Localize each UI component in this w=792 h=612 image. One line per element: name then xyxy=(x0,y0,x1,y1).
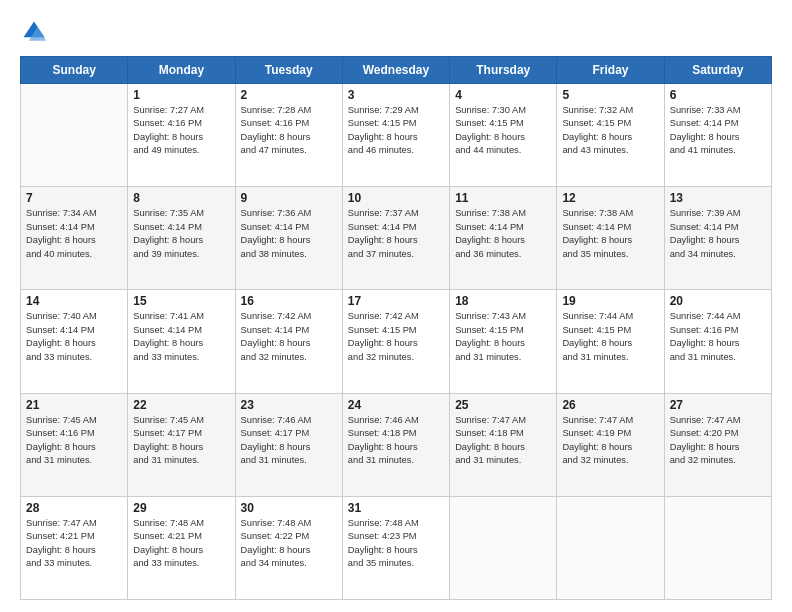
day-number: 1 xyxy=(133,88,229,102)
day-number: 15 xyxy=(133,294,229,308)
calendar-cell: 29Sunrise: 7:48 AM Sunset: 4:21 PM Dayli… xyxy=(128,496,235,599)
calendar-cell: 22Sunrise: 7:45 AM Sunset: 4:17 PM Dayli… xyxy=(128,393,235,496)
day-number: 7 xyxy=(26,191,122,205)
day-number: 12 xyxy=(562,191,658,205)
weekday-header-wednesday: Wednesday xyxy=(342,57,449,84)
day-info: Sunrise: 7:28 AM Sunset: 4:16 PM Dayligh… xyxy=(241,104,337,158)
calendar-week-row: 7Sunrise: 7:34 AM Sunset: 4:14 PM Daylig… xyxy=(21,187,772,290)
day-info: Sunrise: 7:48 AM Sunset: 4:21 PM Dayligh… xyxy=(133,517,229,571)
day-number: 14 xyxy=(26,294,122,308)
day-number: 17 xyxy=(348,294,444,308)
calendar-week-row: 21Sunrise: 7:45 AM Sunset: 4:16 PM Dayli… xyxy=(21,393,772,496)
weekday-header-tuesday: Tuesday xyxy=(235,57,342,84)
weekday-header-saturday: Saturday xyxy=(664,57,771,84)
calendar-table: SundayMondayTuesdayWednesdayThursdayFrid… xyxy=(20,56,772,600)
day-info: Sunrise: 7:37 AM Sunset: 4:14 PM Dayligh… xyxy=(348,207,444,261)
calendar-cell: 18Sunrise: 7:43 AM Sunset: 4:15 PM Dayli… xyxy=(450,290,557,393)
day-number: 9 xyxy=(241,191,337,205)
calendar-cell: 30Sunrise: 7:48 AM Sunset: 4:22 PM Dayli… xyxy=(235,496,342,599)
calendar-cell: 11Sunrise: 7:38 AM Sunset: 4:14 PM Dayli… xyxy=(450,187,557,290)
calendar-cell xyxy=(450,496,557,599)
day-info: Sunrise: 7:27 AM Sunset: 4:16 PM Dayligh… xyxy=(133,104,229,158)
day-info: Sunrise: 7:43 AM Sunset: 4:15 PM Dayligh… xyxy=(455,310,551,364)
calendar-cell: 12Sunrise: 7:38 AM Sunset: 4:14 PM Dayli… xyxy=(557,187,664,290)
day-number: 22 xyxy=(133,398,229,412)
day-info: Sunrise: 7:46 AM Sunset: 4:17 PM Dayligh… xyxy=(241,414,337,468)
weekday-header-sunday: Sunday xyxy=(21,57,128,84)
logo xyxy=(20,18,52,46)
day-info: Sunrise: 7:42 AM Sunset: 4:14 PM Dayligh… xyxy=(241,310,337,364)
calendar-cell: 31Sunrise: 7:48 AM Sunset: 4:23 PM Dayli… xyxy=(342,496,449,599)
calendar-week-row: 14Sunrise: 7:40 AM Sunset: 4:14 PM Dayli… xyxy=(21,290,772,393)
calendar-cell: 14Sunrise: 7:40 AM Sunset: 4:14 PM Dayli… xyxy=(21,290,128,393)
page: SundayMondayTuesdayWednesdayThursdayFrid… xyxy=(0,0,792,612)
day-number: 31 xyxy=(348,501,444,515)
calendar-cell xyxy=(557,496,664,599)
calendar-week-row: 1Sunrise: 7:27 AM Sunset: 4:16 PM Daylig… xyxy=(21,84,772,187)
calendar-cell: 10Sunrise: 7:37 AM Sunset: 4:14 PM Dayli… xyxy=(342,187,449,290)
calendar-week-row: 28Sunrise: 7:47 AM Sunset: 4:21 PM Dayli… xyxy=(21,496,772,599)
calendar-cell: 8Sunrise: 7:35 AM Sunset: 4:14 PM Daylig… xyxy=(128,187,235,290)
day-number: 10 xyxy=(348,191,444,205)
calendar-cell: 4Sunrise: 7:30 AM Sunset: 4:15 PM Daylig… xyxy=(450,84,557,187)
day-info: Sunrise: 7:46 AM Sunset: 4:18 PM Dayligh… xyxy=(348,414,444,468)
calendar-cell: 13Sunrise: 7:39 AM Sunset: 4:14 PM Dayli… xyxy=(664,187,771,290)
day-info: Sunrise: 7:42 AM Sunset: 4:15 PM Dayligh… xyxy=(348,310,444,364)
day-number: 8 xyxy=(133,191,229,205)
day-number: 6 xyxy=(670,88,766,102)
calendar-cell: 25Sunrise: 7:47 AM Sunset: 4:18 PM Dayli… xyxy=(450,393,557,496)
day-number: 2 xyxy=(241,88,337,102)
day-number: 11 xyxy=(455,191,551,205)
day-number: 26 xyxy=(562,398,658,412)
day-number: 24 xyxy=(348,398,444,412)
day-number: 4 xyxy=(455,88,551,102)
weekday-header-friday: Friday xyxy=(557,57,664,84)
day-number: 13 xyxy=(670,191,766,205)
calendar-cell: 9Sunrise: 7:36 AM Sunset: 4:14 PM Daylig… xyxy=(235,187,342,290)
calendar-cell: 2Sunrise: 7:28 AM Sunset: 4:16 PM Daylig… xyxy=(235,84,342,187)
day-number: 5 xyxy=(562,88,658,102)
day-info: Sunrise: 7:39 AM Sunset: 4:14 PM Dayligh… xyxy=(670,207,766,261)
calendar-cell: 23Sunrise: 7:46 AM Sunset: 4:17 PM Dayli… xyxy=(235,393,342,496)
day-info: Sunrise: 7:47 AM Sunset: 4:18 PM Dayligh… xyxy=(455,414,551,468)
calendar-cell: 6Sunrise: 7:33 AM Sunset: 4:14 PM Daylig… xyxy=(664,84,771,187)
day-info: Sunrise: 7:47 AM Sunset: 4:19 PM Dayligh… xyxy=(562,414,658,468)
day-number: 28 xyxy=(26,501,122,515)
day-info: Sunrise: 7:45 AM Sunset: 4:17 PM Dayligh… xyxy=(133,414,229,468)
day-number: 18 xyxy=(455,294,551,308)
day-info: Sunrise: 7:33 AM Sunset: 4:14 PM Dayligh… xyxy=(670,104,766,158)
day-number: 23 xyxy=(241,398,337,412)
day-number: 27 xyxy=(670,398,766,412)
calendar-cell: 20Sunrise: 7:44 AM Sunset: 4:16 PM Dayli… xyxy=(664,290,771,393)
day-number: 19 xyxy=(562,294,658,308)
calendar-cell xyxy=(21,84,128,187)
day-number: 29 xyxy=(133,501,229,515)
day-info: Sunrise: 7:48 AM Sunset: 4:23 PM Dayligh… xyxy=(348,517,444,571)
day-number: 3 xyxy=(348,88,444,102)
calendar-cell: 27Sunrise: 7:47 AM Sunset: 4:20 PM Dayli… xyxy=(664,393,771,496)
day-info: Sunrise: 7:36 AM Sunset: 4:14 PM Dayligh… xyxy=(241,207,337,261)
day-number: 30 xyxy=(241,501,337,515)
calendar-cell: 28Sunrise: 7:47 AM Sunset: 4:21 PM Dayli… xyxy=(21,496,128,599)
day-info: Sunrise: 7:41 AM Sunset: 4:14 PM Dayligh… xyxy=(133,310,229,364)
day-number: 20 xyxy=(670,294,766,308)
weekday-header-row: SundayMondayTuesdayWednesdayThursdayFrid… xyxy=(21,57,772,84)
logo-icon xyxy=(20,18,48,46)
calendar-cell: 15Sunrise: 7:41 AM Sunset: 4:14 PM Dayli… xyxy=(128,290,235,393)
day-info: Sunrise: 7:44 AM Sunset: 4:15 PM Dayligh… xyxy=(562,310,658,364)
weekday-header-monday: Monday xyxy=(128,57,235,84)
weekday-header-thursday: Thursday xyxy=(450,57,557,84)
day-number: 21 xyxy=(26,398,122,412)
calendar-cell: 7Sunrise: 7:34 AM Sunset: 4:14 PM Daylig… xyxy=(21,187,128,290)
day-info: Sunrise: 7:29 AM Sunset: 4:15 PM Dayligh… xyxy=(348,104,444,158)
day-info: Sunrise: 7:44 AM Sunset: 4:16 PM Dayligh… xyxy=(670,310,766,364)
day-info: Sunrise: 7:47 AM Sunset: 4:21 PM Dayligh… xyxy=(26,517,122,571)
calendar-cell xyxy=(664,496,771,599)
calendar-cell: 3Sunrise: 7:29 AM Sunset: 4:15 PM Daylig… xyxy=(342,84,449,187)
day-info: Sunrise: 7:34 AM Sunset: 4:14 PM Dayligh… xyxy=(26,207,122,261)
calendar-cell: 21Sunrise: 7:45 AM Sunset: 4:16 PM Dayli… xyxy=(21,393,128,496)
day-info: Sunrise: 7:48 AM Sunset: 4:22 PM Dayligh… xyxy=(241,517,337,571)
day-number: 16 xyxy=(241,294,337,308)
calendar-cell: 26Sunrise: 7:47 AM Sunset: 4:19 PM Dayli… xyxy=(557,393,664,496)
day-info: Sunrise: 7:32 AM Sunset: 4:15 PM Dayligh… xyxy=(562,104,658,158)
